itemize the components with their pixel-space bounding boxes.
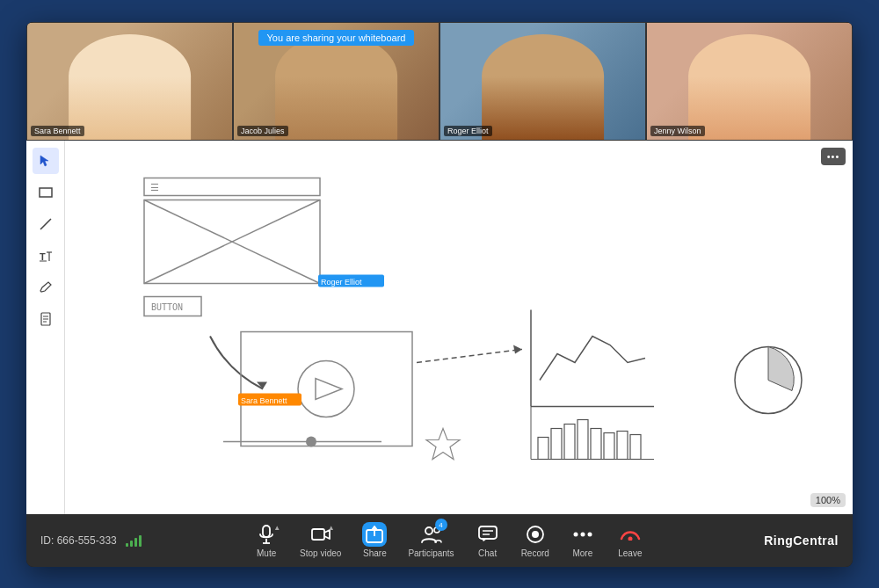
svg-point-55 (587, 533, 592, 537)
signal-bar-4 (139, 535, 142, 547)
chat-label: Chat (478, 548, 497, 558)
tool-document[interactable] (33, 306, 59, 332)
video-tile-jacob: You are sharing your whiteboard Jacob Ju… (233, 22, 440, 141)
svg-rect-48 (479, 526, 497, 539)
more-button[interactable]: More (562, 519, 604, 562)
svg-point-46 (425, 527, 432, 534)
tool-pen[interactable] (33, 211, 59, 237)
chat-icon (476, 522, 500, 547)
leave-button[interactable]: Leave (609, 519, 651, 562)
participants-icon: 4 (419, 522, 444, 547)
leave-label: Leave (618, 548, 642, 558)
share-icon (362, 522, 387, 547)
video-icon: ▲ (309, 522, 333, 547)
more-label: More (572, 548, 592, 558)
participant-name-roger: Roger Elliot (444, 126, 492, 136)
mic-icon: ▲ (254, 522, 279, 547)
whiteboard[interactable]: ••• ☰ Roger Elliot BUTTON (65, 141, 853, 514)
svg-text:Sara Bennett: Sara Bennett (241, 396, 287, 404)
video-tile-roger: Roger Elliot (440, 22, 646, 141)
svg-text:BUTTON: BUTTON (151, 301, 183, 311)
svg-marker-17 (257, 381, 267, 388)
svg-point-19 (298, 360, 354, 417)
stop-video-button[interactable]: ▲ Stop video (293, 519, 348, 562)
svg-line-23 (417, 349, 522, 362)
brand-name: RingCentral (733, 534, 839, 548)
video-strip: Sara Bennett You are sharing your whiteb… (26, 22, 853, 141)
signal-bar-1 (126, 543, 128, 547)
record-icon (523, 522, 548, 547)
svg-rect-29 (538, 437, 548, 459)
signal-bar-3 (134, 538, 137, 547)
svg-text:Roger Elliot: Roger Elliot (321, 277, 362, 286)
svg-text:T: T (40, 251, 46, 262)
svg-point-54 (580, 533, 585, 537)
svg-point-39 (306, 436, 316, 446)
zoom-level: 100% (810, 493, 846, 507)
mute-button[interactable]: ▲ Mute (245, 519, 287, 562)
record-label: Record (521, 548, 549, 558)
svg-rect-32 (578, 419, 588, 459)
svg-point-56 (628, 537, 632, 541)
svg-rect-0 (40, 188, 52, 197)
participant-name-jenny: Jenny Wilson (650, 126, 705, 136)
whiteboard-canvas: ☰ Roger Elliot BUTTON (65, 141, 853, 514)
share-button[interactable]: Share (353, 519, 396, 562)
controls-bar: ▲ Mute ▲ Stop video Share (163, 519, 733, 562)
left-toolbar: T (26, 141, 65, 514)
more-icon (570, 522, 595, 547)
participant-count: 4 (435, 519, 447, 531)
bottom-bar: ID: 666-555-333 ▲ Mute ▲ (26, 514, 853, 567)
tool-rectangle[interactable] (33, 179, 59, 206)
svg-point-52 (532, 531, 539, 538)
svg-line-1 (40, 219, 51, 229)
tool-text[interactable]: T (33, 243, 59, 269)
tool-edit[interactable] (33, 274, 59, 301)
participant-name-sara: Sara Bennett (31, 126, 84, 136)
record-button[interactable]: Record (514, 519, 556, 562)
sharing-banner: You are sharing your whiteboard (258, 30, 415, 46)
stop-video-label: Stop video (300, 548, 341, 558)
svg-point-53 (573, 533, 578, 537)
content-area: T ••• ☰ (26, 141, 853, 514)
signal-strength (126, 534, 142, 547)
svg-rect-36 (630, 434, 641, 459)
mute-label: Mute (257, 548, 276, 558)
video-tile-sara: Sara Bennett (26, 22, 233, 141)
svg-rect-40 (263, 526, 270, 537)
svg-rect-35 (617, 431, 628, 459)
signal-bar-2 (130, 541, 133, 547)
mute-caret: ▲ (273, 524, 280, 532)
share-label: Share (363, 548, 387, 558)
more-options-button[interactable]: ••• (821, 148, 846, 165)
tool-select[interactable] (33, 148, 59, 174)
participants-button[interactable]: 4 Participants (401, 519, 461, 562)
svg-text:☰: ☰ (150, 181, 159, 192)
svg-rect-43 (312, 529, 324, 540)
brand-label: RingCentral (764, 534, 839, 548)
svg-rect-34 (604, 432, 614, 459)
svg-rect-8 (144, 178, 320, 195)
meeting-info: ID: 666-555-333 (40, 534, 163, 547)
chat-button[interactable]: Chat (467, 519, 509, 562)
meeting-id: ID: 666-555-333 (40, 534, 117, 547)
svg-rect-33 (591, 428, 601, 459)
main-window: Sara Bennett You are sharing your whiteb… (26, 22, 853, 567)
video-caret: ▲ (328, 524, 335, 532)
svg-rect-31 (564, 424, 575, 459)
svg-marker-20 (316, 378, 342, 399)
participant-name-jacob: Jacob Julies (237, 126, 288, 136)
svg-marker-24 (513, 345, 522, 353)
participants-label: Participants (408, 548, 454, 558)
video-tile-jenny: Jenny Wilson (646, 22, 853, 141)
more-options-icon: ••• (827, 151, 840, 162)
leave-icon (618, 522, 643, 547)
svg-rect-18 (241, 331, 412, 446)
svg-rect-30 (551, 428, 562, 459)
